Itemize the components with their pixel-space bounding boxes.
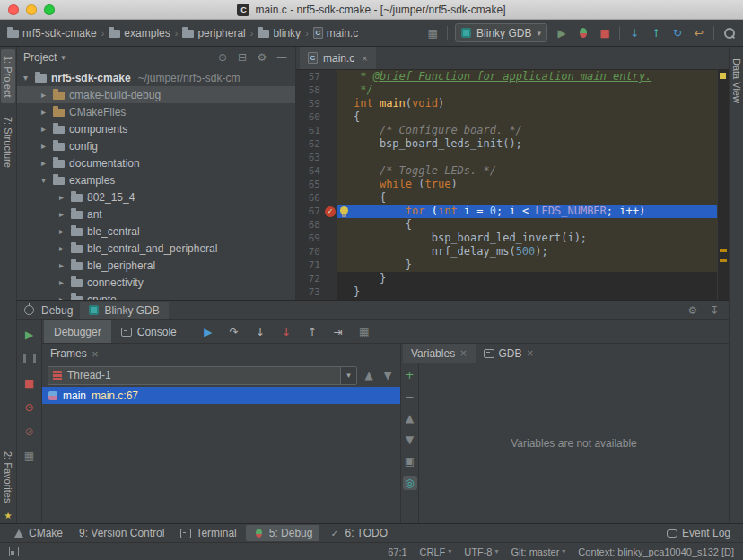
editor-gutter[interactable]: 62: [296, 137, 337, 151]
run-icon[interactable]: ▶: [555, 26, 569, 40]
breakpoint-icon[interactable]: ✓: [323, 205, 337, 218]
vcs-update-icon[interactable]: ↓: [627, 26, 642, 40]
collapse-all-icon[interactable]: ⊟: [235, 50, 249, 65]
tree-item[interactable]: ▸802_15_4: [17, 188, 295, 206]
intention-bulb-icon[interactable]: [340, 206, 348, 214]
editor-gutter[interactable]: 73: [296, 285, 337, 299]
settings-gear-icon[interactable]: ⚙: [255, 50, 269, 65]
tree-item[interactable]: ▸documentation: [17, 154, 295, 171]
code-line[interactable]: 57 * @brief Function for application mai…: [296, 70, 717, 83]
tree-item[interactable]: ▾nrf5-sdk-cmake~/jumper/nrf5-sdk-cm: [17, 69, 295, 86]
step-over-icon[interactable]: ↷: [227, 325, 241, 339]
step-into-icon[interactable]: ↓: [253, 325, 267, 339]
toolwindow-button-event-log[interactable]: Event Log: [660, 525, 738, 541]
chevron-right-icon[interactable]: ▸: [57, 277, 66, 287]
editor-gutter[interactable]: 65: [296, 178, 337, 191]
editor-gutter[interactable]: 63: [296, 151, 337, 164]
add-watch-icon[interactable]: +: [403, 368, 417, 382]
show-execution-point-icon[interactable]: ▶: [201, 325, 215, 339]
editor-gutter[interactable]: 59: [296, 97, 337, 110]
tab-debugger[interactable]: Debugger: [44, 320, 111, 343]
tree-item[interactable]: ▸config: [17, 137, 295, 154]
editor-gutter[interactable]: 57: [296, 70, 337, 83]
next-frame-icon[interactable]: ▼: [380, 368, 395, 382]
search-icon[interactable]: [721, 26, 736, 40]
debug-session-tab[interactable]: Blinky GDB: [80, 302, 168, 319]
chevron-down-icon[interactable]: ▾: [340, 367, 356, 384]
chevron-down-icon[interactable]: ▾: [61, 53, 66, 62]
tab-options-icon[interactable]: ×: [92, 349, 99, 359]
run-to-cursor-icon[interactable]: ⇥: [331, 325, 345, 339]
code-line[interactable]: 73}: [296, 285, 717, 299]
toolwindow-button-6-todo[interactable]: 6: TODO: [321, 525, 395, 541]
stop-icon[interactable]: ■: [598, 26, 612, 40]
toolwindow-button-structure[interactable]: 7: Structure: [1, 110, 15, 174]
tab-options-icon[interactable]: ×: [527, 348, 534, 358]
sync-icon[interactable]: ↻: [670, 26, 685, 40]
chevron-right-icon[interactable]: ▸: [39, 90, 48, 100]
chevron-right-icon[interactable]: ▸: [57, 226, 66, 236]
toolwindow-button-dataview[interactable]: Data View: [730, 52, 743, 109]
chevron-right-icon[interactable]: ▸: [39, 107, 48, 117]
editor-gutter[interactable]: 68: [296, 218, 337, 232]
run-config-selector[interactable]: Blinky GDB ▾: [455, 23, 547, 42]
code-line[interactable]: 67✓ for (int i = 0; i < LEDS_NUMBER; i++…: [296, 205, 717, 218]
editor-scrollbar[interactable]: [717, 70, 729, 300]
locate-icon[interactable]: ⊙: [215, 50, 230, 65]
toolwindow-button-cmake[interactable]: CMake: [5, 525, 70, 541]
editor-gutter[interactable]: 74: [296, 299, 337, 300]
tree-item[interactable]: ▸CMakeFiles: [17, 103, 295, 120]
tree-item[interactable]: ▸crypto: [17, 291, 295, 300]
chevron-right-icon[interactable]: ▸: [57, 209, 66, 219]
editor-gutter[interactable]: 64: [296, 164, 337, 178]
code-line[interactable]: 71 }: [296, 258, 717, 272]
layout-settings-icon[interactable]: ▦: [357, 325, 372, 339]
step-out-icon[interactable]: ↑: [305, 325, 319, 339]
status-crlf[interactable]: CRLF▾: [420, 547, 452, 557]
tree-item[interactable]: ▸cmake-build-debug: [17, 86, 295, 103]
tree-item[interactable]: ▸components: [17, 120, 295, 137]
code-line[interactable]: 69 bsp_board_led_invert(i);: [296, 232, 717, 245]
code-line[interactable]: 61 /* Configure board. */: [296, 124, 717, 137]
tab-gdb[interactable]: GDB ×: [476, 344, 542, 363]
editor-gutter[interactable]: 66: [296, 191, 337, 205]
breadcrumb-item[interactable]: examples: [109, 27, 170, 39]
editor-gutter[interactable]: 67✓: [296, 205, 337, 218]
tab-variables[interactable]: Variables ×: [403, 344, 476, 363]
editor-gutter[interactable]: 61: [296, 124, 337, 137]
code-line[interactable]: 63: [296, 151, 717, 164]
code-line[interactable]: 68 {: [296, 218, 717, 232]
code-line[interactable]: 72 }: [296, 272, 717, 285]
chevron-right-icon[interactable]: ▸: [57, 192, 66, 202]
remove-watch-icon[interactable]: −: [403, 389, 417, 404]
editor-gutter[interactable]: 71: [296, 258, 337, 272]
pause-icon[interactable]: [22, 352, 37, 366]
tab-options-icon[interactable]: ×: [459, 348, 467, 358]
breadcrumb-item[interactable]: blinky: [258, 27, 301, 39]
hide-toolwindow-icon[interactable]: ↧: [707, 303, 721, 318]
resume-icon[interactable]: ▶: [22, 328, 37, 342]
project-view-title[interactable]: Project: [23, 51, 57, 64]
breadcrumb-item[interactable]: peripheral: [182, 27, 245, 39]
code-line[interactable]: 58 */: [296, 83, 717, 97]
chevron-down-icon[interactable]: ▾: [39, 175, 48, 185]
zoom-window-button[interactable]: [44, 4, 55, 15]
toolwindow-button-terminal[interactable]: Terminal: [173, 525, 243, 541]
code-line[interactable]: 60{: [296, 110, 717, 124]
stop-icon[interactable]: ■: [22, 376, 37, 390]
chevron-right-icon[interactable]: ▸: [57, 243, 66, 253]
status-git-master[interactable]: Git: master▾: [511, 547, 566, 557]
tree-item[interactable]: ▸ble_peripheral: [17, 257, 295, 274]
thread-selector[interactable]: Thread-1 ▾: [48, 366, 357, 385]
chevron-right-icon[interactable]: ▸: [39, 158, 48, 168]
code-line[interactable]: 74: [296, 299, 717, 300]
minimize-window-button[interactable]: [26, 4, 37, 15]
inspection-indicator-icon[interactable]: [720, 73, 726, 79]
code-line[interactable]: 66 {: [296, 191, 717, 205]
debug-icon[interactable]: [576, 26, 590, 40]
show-watches-icon[interactable]: ◎: [403, 476, 417, 490]
restore-layout-icon[interactable]: ▦: [22, 449, 37, 463]
code-line[interactable]: 70 nrf_delay_ms(500);: [296, 245, 717, 258]
status-context-blinky-pca10040-s132-d[interactable]: Context: blinky_pca10040_s132 [D]: [578, 547, 734, 557]
settings-gear-icon[interactable]: ⚙: [686, 303, 700, 318]
